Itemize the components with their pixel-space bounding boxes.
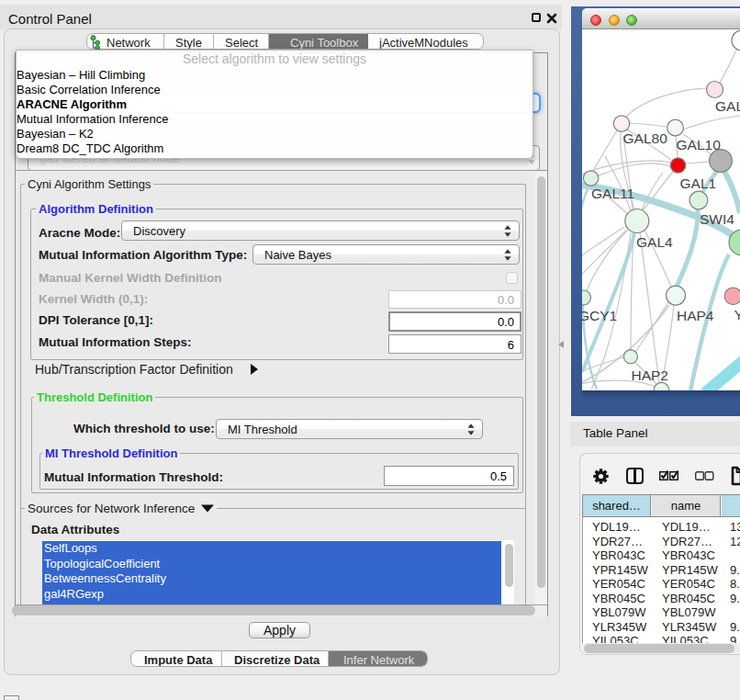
- svg-text:GAL80: GAL80: [623, 130, 668, 146]
- svg-text:GAL10: GAL10: [677, 137, 722, 152]
- svg-text:YJ: YJ: [734, 307, 740, 322]
- svg-text:HAP2: HAP2: [632, 367, 669, 383]
- svg-text:GAL4: GAL4: [636, 234, 673, 250]
- svg-text:GCY1: GCY1: [582, 308, 617, 323]
- svg-text:SWI4: SWI4: [700, 211, 734, 227]
- svg-text:GAL7: GAL7: [715, 98, 740, 114]
- svg-text:GAL1: GAL1: [680, 175, 717, 191]
- svg-text:HAP4: HAP4: [677, 308, 714, 323]
- svg-text:GAL11: GAL11: [591, 186, 634, 201]
